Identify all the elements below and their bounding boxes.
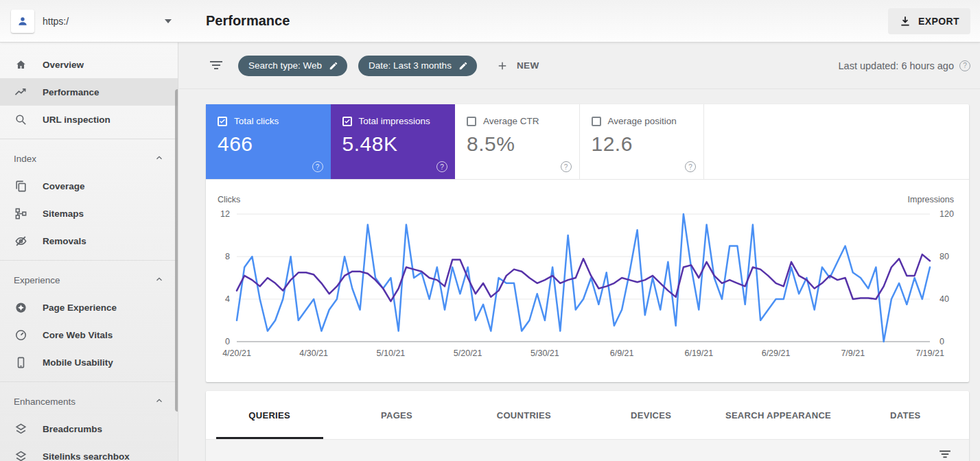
svg-text:5/20/21: 5/20/21 (454, 348, 482, 358)
trending-up-icon (14, 85, 27, 99)
export-label: EXPORT (918, 16, 959, 27)
svg-text:5/30/21: 5/30/21 (530, 348, 559, 358)
divider (0, 381, 178, 382)
sidebar-item-label: Mobile Usability (43, 357, 113, 368)
svg-text:6/29/21: 6/29/21 (762, 348, 791, 358)
page-title: Performance (206, 13, 290, 29)
help-icon[interactable] (312, 161, 323, 172)
metric-value: 8.5% (467, 132, 579, 156)
pencil-icon (458, 61, 468, 71)
sidebar-item-performance[interactable]: Performance (0, 78, 178, 106)
tab-label: SEARCH APPEARANCE (725, 410, 831, 421)
tile-header: Average CTR (467, 116, 579, 126)
sidebar-item-sitelinks-searchbox[interactable]: Sitelinks searchbox (0, 442, 178, 461)
line-chart[interactable]: 04812040801204/20/214/30/215/10/215/20/2… (206, 195, 969, 366)
sidebar-item-mobile-usability[interactable]: Mobile Usability (0, 348, 178, 376)
table-filter-icon[interactable] (939, 449, 951, 461)
sidebar-section-index[interactable]: Index (0, 145, 178, 172)
dimensions-card: QUERIES PAGES COUNTRIES DEVICES SEARCH A… (206, 391, 969, 461)
sidebar-item-breadcrumbs[interactable]: Breadcrumbs (0, 415, 178, 442)
property-selector[interactable]: https:/ (0, 0, 178, 42)
sidebar-item-sitemaps[interactable]: Sitemaps (0, 200, 178, 227)
tab-queries[interactable]: QUERIES (206, 391, 333, 439)
last-updated-text: Last updated: 6 hours ago (839, 60, 955, 71)
tab-devices[interactable]: DEVICES (587, 391, 714, 439)
sidebar-item-label: Core Web Vitals (43, 330, 113, 340)
sitemap-icon (14, 206, 27, 220)
sidebar-item-page-experience[interactable]: Page Experience (0, 294, 178, 321)
sidebar-item-url-inspection[interactable]: URL inspection (0, 106, 178, 133)
checkbox-icon[interactable] (592, 117, 601, 126)
metric-label: Average position (608, 116, 677, 126)
tab-dates[interactable]: DATES (842, 391, 969, 439)
active-tab-indicator (216, 437, 323, 439)
metric-label: Total clicks (234, 116, 279, 126)
svg-text:40: 40 (940, 294, 949, 304)
sidebar-item-coverage[interactable]: Coverage (0, 172, 178, 200)
sidebar-item-removals[interactable]: Removals (0, 227, 178, 255)
svg-text:4/20/21: 4/20/21 (222, 348, 251, 358)
section-label: Index (14, 154, 36, 164)
divider (0, 139, 178, 139)
help-icon[interactable] (561, 161, 572, 172)
new-filter-button[interactable]: NEW (496, 60, 539, 72)
pencil-icon (329, 61, 338, 71)
eye-off-icon (14, 234, 27, 248)
plus-icon (496, 60, 509, 72)
help-icon[interactable] (685, 161, 696, 172)
tab-pages[interactable]: PAGES (333, 391, 460, 439)
svg-text:80: 80 (940, 252, 949, 261)
tile-header: Total clicks (218, 116, 331, 126)
tab-search-appearance[interactable]: SEARCH APPEARANCE (714, 391, 841, 439)
clicks-impressions-chart[interactable]: Clicks Impressions 04812040801204/20/214… (206, 195, 969, 370)
filter-bar: Search type: Web Date: Last 3 months NEW… (179, 43, 980, 89)
total-clicks-tile[interactable]: Total clicks 466 (206, 104, 331, 179)
svg-text:8: 8 (225, 252, 230, 261)
sidebar-section-enhancements[interactable]: Enhancements (0, 388, 178, 415)
download-icon (899, 15, 911, 27)
tab-label: COUNTRIES (497, 410, 551, 421)
metric-value: 466 (218, 132, 331, 156)
total-impressions-tile[interactable]: Total impressions 5.48K (331, 104, 456, 179)
tab-label: DEVICES (631, 410, 671, 421)
date-range-chip[interactable]: Date: Last 3 months (358, 56, 477, 76)
sidebar-item-label: Coverage (43, 181, 85, 191)
sidebar-scrollbar[interactable] (175, 89, 178, 412)
chevron-up-icon (154, 153, 164, 165)
layers-icon (14, 422, 27, 436)
layers-icon (14, 449, 27, 461)
average-ctr-tile[interactable]: Average CTR 8.5% (455, 104, 580, 179)
search-type-chip[interactable]: Search type: Web (238, 56, 347, 76)
tab-label: DATES (890, 410, 921, 421)
sidebar-item-core-web-vitals[interactable]: Core Web Vitals (0, 321, 178, 348)
chevron-up-icon (154, 396, 164, 407)
svg-text:7/9/21: 7/9/21 (841, 348, 865, 358)
sidebar-section-experience[interactable]: Experience (0, 266, 178, 294)
table-toolbar (206, 440, 969, 461)
tab-countries[interactable]: COUNTRIES (460, 391, 587, 439)
sidebar-item-label: Sitelinks searchbox (43, 451, 130, 461)
search-icon (14, 113, 27, 126)
checkbox-icon[interactable] (342, 117, 352, 126)
sidebar: Overview Performance URL inspection Inde… (0, 43, 178, 461)
help-icon[interactable] (436, 161, 447, 172)
metric-label: Average CTR (483, 116, 539, 126)
checkbox-icon[interactable] (467, 117, 476, 126)
sidebar-item-label: URL inspection (43, 115, 110, 125)
new-label: NEW (517, 60, 539, 71)
checkbox-icon[interactable] (218, 117, 227, 126)
sidebar-item-label: Overview (43, 60, 84, 70)
sidebar-item-label: Breadcrumbs (43, 424, 102, 434)
sidebar-item-overview[interactable]: Overview (0, 51, 178, 78)
svg-text:6/19/21: 6/19/21 (684, 348, 713, 358)
home-icon (14, 58, 27, 71)
average-position-tile[interactable]: Average position 12.6 (580, 104, 705, 179)
filter-icon[interactable] (209, 59, 223, 73)
help-icon[interactable] (959, 60, 970, 71)
export-button[interactable]: EXPORT (888, 8, 970, 34)
svg-text:12: 12 (220, 209, 230, 219)
explore-icon (14, 300, 27, 314)
main-content: Search type: Web Date: Last 3 months NEW… (179, 43, 980, 461)
sidebar-item-label: Page Experience (43, 303, 117, 313)
divider (0, 260, 178, 261)
